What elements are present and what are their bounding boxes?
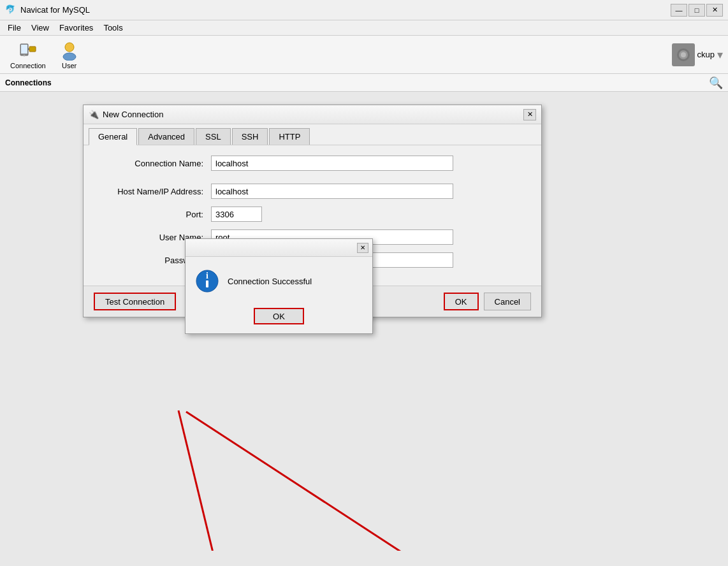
- connection-label: Connection: [10, 62, 46, 69]
- dropdown-arrow[interactable]: ▾: [717, 48, 723, 62]
- svg-rect-3: [29, 47, 36, 52]
- dialog-close-button[interactable]: ✕: [523, 109, 536, 120]
- tab-ssl[interactable]: SSL: [196, 128, 231, 145]
- menu-bar: File View Favorites Tools: [0, 20, 728, 36]
- app-window: 🐬 Navicat for MySQL — □ ✕ File View Favo…: [0, 0, 728, 566]
- app-icon: 🐬: [5, 4, 17, 16]
- toolbar-user-button[interactable]: User: [54, 38, 85, 72]
- port-row: Port:: [96, 207, 528, 222]
- window-controls: — □ ✕: [671, 4, 723, 17]
- menu-tools[interactable]: Tools: [98, 22, 127, 34]
- tab-ssh[interactable]: SSH: [232, 128, 268, 145]
- svg-line-15: [186, 412, 446, 551]
- success-body: i Connection Successful: [186, 257, 372, 303]
- connection-name-label: Connection Name:: [96, 159, 211, 168]
- maximize-button[interactable]: □: [688, 4, 705, 17]
- connection-icon: [18, 40, 38, 61]
- info-icon: i: [196, 270, 219, 293]
- svg-point-2: [23, 54, 25, 56]
- connection-name-row: Connection Name:: [96, 156, 528, 171]
- success-message: Connection Successful: [228, 277, 312, 286]
- connections-label: Connections: [5, 78, 52, 87]
- port-input[interactable]: [211, 207, 262, 222]
- close-button[interactable]: ✕: [706, 4, 723, 17]
- connection-success-dialog: ✕ i Connection Successful OK: [185, 238, 373, 334]
- host-row: Host Name/IP Address:: [96, 184, 528, 199]
- title-bar: 🐬 Navicat for MySQL — □ ✕: [0, 0, 728, 20]
- user-label: User: [62, 62, 76, 69]
- port-label: Port:: [96, 210, 211, 219]
- success-ok-button[interactable]: OK: [254, 308, 304, 324]
- host-label: Host Name/IP Address:: [96, 187, 211, 196]
- menu-favorites[interactable]: Favorites: [54, 22, 98, 34]
- host-input[interactable]: [211, 184, 453, 199]
- toolbar-extra-label: ckup: [697, 50, 715, 59]
- dialog-title-bar: 🔌 New Connection ✕: [84, 105, 541, 124]
- nav-bar: Connections 🔍: [0, 74, 728, 92]
- tabs-bar: General Advanced SSL SSH HTTP: [84, 124, 541, 145]
- toolbar: Connection User ckup ▾: [0, 36, 728, 74]
- user-icon: [59, 40, 80, 61]
- connection-name-input[interactable]: [211, 156, 453, 171]
- svg-rect-1: [21, 45, 27, 54]
- menu-file[interactable]: File: [3, 22, 26, 34]
- minimize-button[interactable]: —: [671, 4, 687, 17]
- search-icon[interactable]: 🔍: [709, 76, 723, 90]
- tab-general[interactable]: General: [89, 128, 137, 145]
- dialog-title: New Connection: [103, 110, 523, 119]
- dialog-icon: 🔌: [89, 110, 99, 120]
- success-close-button[interactable]: ✕: [357, 243, 368, 253]
- content-area: 🔌 New Connection ✕ General Advanced SSL …: [0, 92, 728, 566]
- svg-line-14: [178, 410, 220, 551]
- cancel-button[interactable]: Cancel: [484, 293, 531, 310]
- success-footer: OK: [186, 303, 372, 333]
- menu-view[interactable]: View: [26, 22, 54, 34]
- svg-point-6: [63, 53, 76, 61]
- success-title-bar: ✕: [186, 239, 372, 257]
- svg-point-5: [65, 43, 74, 52]
- svg-text:i: i: [206, 271, 208, 280]
- tab-advanced[interactable]: Advanced: [138, 128, 194, 145]
- ok-button[interactable]: OK: [444, 293, 479, 310]
- toolbar-extra-icon: [672, 43, 695, 66]
- svg-point-9: [681, 52, 686, 57]
- svg-rect-12: [206, 280, 208, 287]
- test-connection-button[interactable]: Test Connection: [94, 293, 176, 310]
- tab-http[interactable]: HTTP: [269, 128, 310, 145]
- toolbar-connection-button[interactable]: Connection: [5, 38, 51, 72]
- app-title: Navicat for MySQL: [20, 5, 671, 15]
